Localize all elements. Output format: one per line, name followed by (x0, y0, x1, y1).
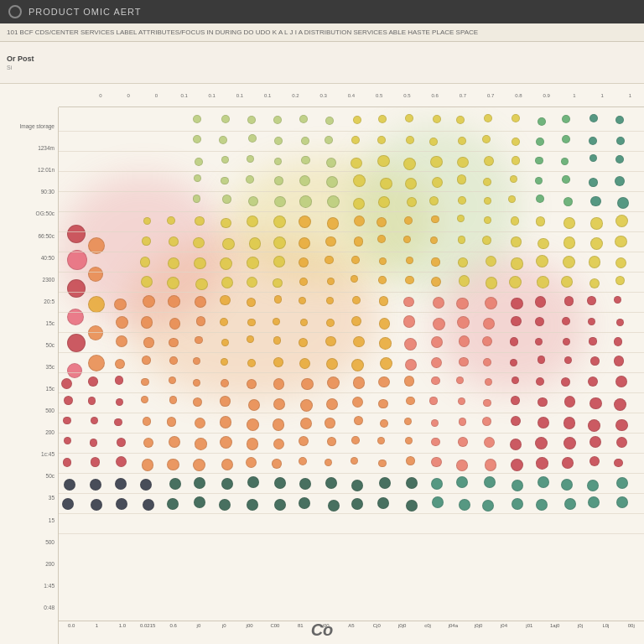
bubble (589, 436, 601, 448)
bubble (482, 135, 491, 143)
bubble (299, 297, 306, 304)
bubble (353, 377, 366, 389)
x-top-tick: 0 (114, 93, 142, 98)
bubble (193, 459, 205, 471)
bubble (219, 136, 227, 144)
bubble (403, 315, 415, 327)
y-label: 1:45 (3, 583, 55, 589)
bubble-extra (67, 279, 86, 298)
grid-line (59, 352, 644, 353)
y-label: 35 (3, 495, 55, 501)
bubble (458, 437, 468, 447)
bubble (195, 336, 203, 345)
bubble (352, 397, 363, 408)
bubble (458, 397, 465, 405)
bubble (512, 138, 520, 146)
bubble (169, 396, 178, 404)
bubble (590, 196, 601, 207)
bubble (404, 216, 413, 225)
bubble (615, 236, 627, 248)
app-title: PRODUCT OMIC AERT (29, 7, 142, 17)
bubble (220, 416, 231, 428)
bubble (589, 278, 600, 288)
bubble (326, 358, 338, 370)
chart-header: Or Post Si (0, 42, 644, 84)
x-bottom-tick: j01 (517, 623, 542, 628)
bubble (562, 135, 570, 143)
x-bottom-tick: Cj0 (364, 623, 389, 628)
bubble (195, 296, 206, 308)
bubble (616, 496, 628, 508)
bubble (377, 497, 389, 509)
bubble (511, 257, 522, 269)
bubble (406, 136, 414, 144)
bubble (564, 498, 576, 510)
bubble-extra (88, 267, 103, 282)
chart-top-labels: 0000.10.10.10.10.20.30.40.50.50.60.70.70… (59, 84, 644, 107)
bubble (168, 295, 180, 308)
bubble (274, 176, 283, 185)
bubble (327, 437, 336, 446)
bubble (511, 396, 519, 404)
bubble (274, 137, 283, 145)
bubble (351, 316, 361, 326)
bubble (589, 154, 597, 162)
bubble (273, 357, 283, 367)
bubble (615, 176, 625, 186)
bubble (535, 177, 543, 184)
bubble (485, 378, 492, 386)
bubble (141, 378, 148, 386)
bubble (614, 296, 621, 304)
y-label: 35c (3, 364, 55, 371)
x-bottom-tick: 00j (619, 623, 644, 628)
y-label: OG:50c (3, 210, 55, 217)
bubble (484, 156, 494, 166)
bubble (140, 257, 150, 267)
bubble (430, 156, 443, 169)
bubble (246, 457, 257, 468)
y-label: 40:50 (3, 255, 55, 262)
bubble (535, 338, 543, 345)
bubble (115, 359, 125, 369)
bubble (247, 155, 254, 163)
bubble (353, 174, 366, 187)
y-axis: Image storage1234m12:01n90:30OG:50c66:50… (0, 107, 59, 644)
bubble (404, 338, 417, 351)
bubble (431, 438, 439, 446)
bubble (327, 278, 335, 285)
bubble (511, 298, 522, 309)
bubble (614, 398, 626, 411)
y-label: 66:50c (3, 233, 55, 240)
bubble (484, 216, 491, 224)
bubble (64, 396, 73, 405)
bubble (142, 236, 150, 245)
bubble (327, 377, 340, 389)
y-label: 500 (3, 408, 55, 414)
bubble (614, 337, 622, 345)
bubble (274, 477, 286, 489)
bubble (195, 216, 204, 226)
bubble (169, 338, 178, 347)
x-top-tick: 0.7 (449, 93, 476, 98)
bubble (273, 418, 285, 431)
y-label: 1c:45 (3, 451, 55, 458)
bubble (143, 499, 154, 511)
bubble (91, 417, 98, 424)
bubble (140, 479, 152, 491)
bubble (248, 399, 260, 411)
x-bottom-tick: j04a (440, 623, 465, 628)
bubble (615, 257, 626, 268)
bubble (484, 437, 495, 448)
bubble (193, 135, 201, 143)
y-label: 50c (3, 342, 55, 349)
bubble (431, 478, 443, 490)
bubble (482, 336, 492, 346)
bubble (247, 298, 256, 307)
bubble (115, 478, 127, 490)
bubble (483, 318, 495, 330)
bubble (169, 318, 180, 329)
bubble (458, 257, 468, 267)
bubble (273, 318, 280, 325)
x-top-tick: 1 (616, 93, 644, 98)
y-label: 200 (3, 429, 55, 436)
